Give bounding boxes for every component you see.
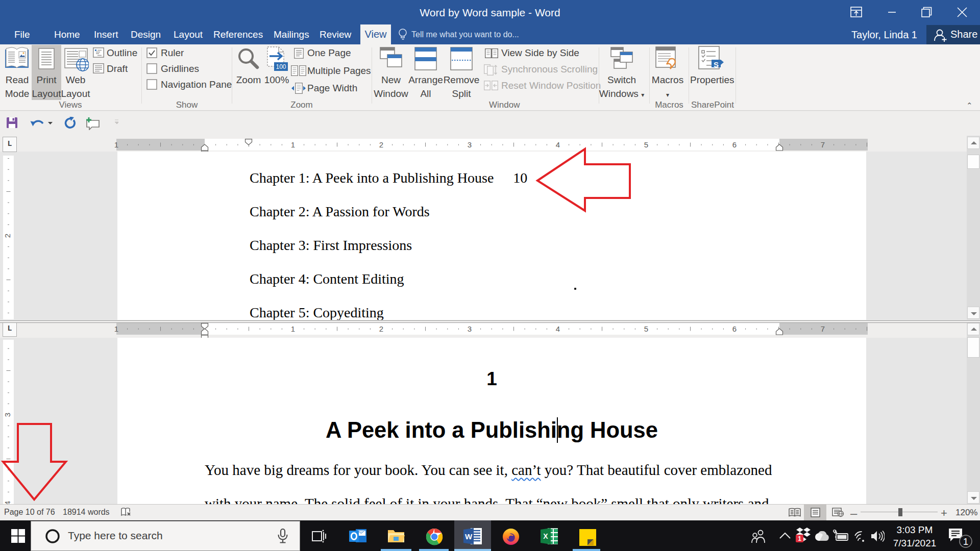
svg-text:5: 5 — [644, 140, 648, 149]
svg-text:3: 3 — [468, 324, 472, 333]
svg-text:1: 1 — [291, 324, 295, 333]
svg-text:6: 6 — [732, 324, 737, 333]
svg-text:3: 3 — [468, 140, 472, 149]
svg-text:1: 1 — [963, 536, 969, 547]
svg-text:2: 2 — [379, 324, 383, 333]
svg-text:100: 100 — [276, 63, 286, 70]
svg-text:6: 6 — [732, 140, 737, 149]
svg-text:W: W — [465, 532, 473, 541]
svg-text:1: 1 — [114, 140, 118, 149]
svg-text:1: 1 — [798, 535, 801, 542]
svg-text:2: 2 — [3, 234, 12, 238]
svg-text:X: X — [543, 532, 548, 540]
svg-text:5: 5 — [644, 324, 648, 333]
svg-text:2: 2 — [379, 140, 383, 149]
svg-text:S: S — [714, 60, 719, 69]
svg-text:3: 3 — [3, 413, 12, 417]
svg-text:1: 1 — [291, 140, 295, 149]
svg-text:1: 1 — [114, 324, 118, 333]
svg-text:7: 7 — [821, 324, 825, 333]
svg-text:4: 4 — [556, 324, 560, 333]
svg-text:7: 7 — [821, 140, 825, 149]
